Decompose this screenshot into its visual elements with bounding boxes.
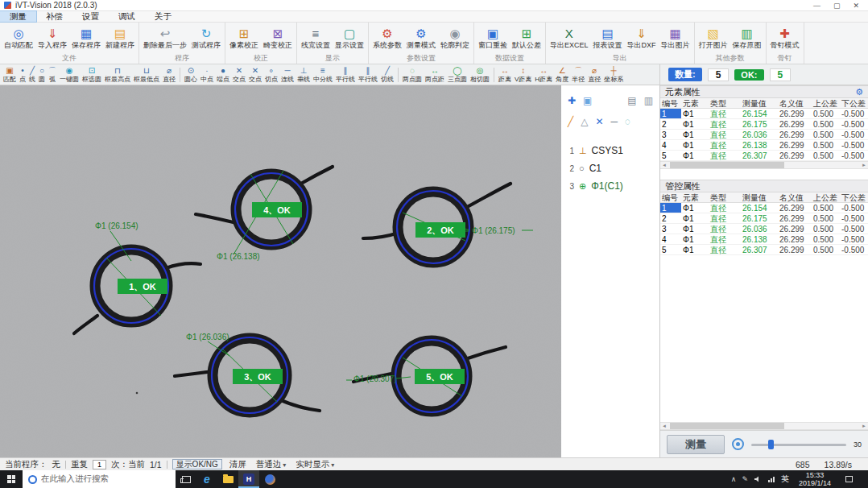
table-row[interactable]: 1Φ1直径26.15426.2990.500-0.500 [660,109,868,119]
table-row[interactable]: 5Φ1直径26.30726.2990.500-0.500 [660,245,868,255]
ime-indicator[interactable]: 英 [781,474,789,485]
line-icon[interactable]: ─ [611,116,618,127]
tool-32[interactable]: ∠角度 [554,66,570,84]
tool-25[interactable]: ↔两点距 [424,66,446,84]
tool-29[interactable]: ↔距离 [497,66,513,84]
table-row[interactable]: 2Φ1直径26.17526.2990.500-0.500 [660,213,868,224]
ribbon-button-delete-last-step[interactable]: ↩删除最后一步 [141,23,189,54]
table-row[interactable]: 5Φ1直径26.30726.2990.500-0.500 [660,151,868,161]
action-center-icon[interactable] [841,476,857,482]
ribbon-button-export-image[interactable]: ▦导出图片 [659,23,692,54]
edge-mode-dropdown[interactable]: 普通边 [254,459,289,470]
tool-5[interactable]: ◉一键圆 [58,66,81,84]
menu-item-2[interactable]: 设置 [72,11,109,22]
tool-18[interactable]: ⊥垂线 [296,66,312,84]
scroll-right-icon[interactable]: ► [860,424,868,428]
task-view-icon[interactable] [176,470,196,488]
taskbar-clock[interactable]: 15:33 2019/1/14 [795,471,835,487]
ribbon-button-default-tolerance[interactable]: ⊞默认公差 [510,23,544,54]
tree-item-2[interactable]: 3⊕Φ1(C1) [561,177,659,195]
scrollbar-thumb[interactable] [670,162,784,168]
list-icon[interactable]: ▥ [644,95,653,106]
ribbon-button-open-image[interactable]: ▧打开图片 [696,23,730,54]
tool-22[interactable]: ╱切线 [379,66,395,84]
network-icon[interactable] [767,475,775,483]
tool-19[interactable]: ≡中分线 [312,66,334,84]
menu-item-0[interactable]: 测量 [0,11,36,22]
start-button[interactable] [0,470,23,488]
measure-button[interactable]: 测量 [667,435,725,454]
tool-9[interactable]: ⌀直径 [161,66,177,84]
scrollbar-thumb[interactable] [670,423,784,429]
tool-16[interactable]: ∘切点 [263,66,279,84]
tool-35[interactable]: ┼坐标系 [602,66,625,84]
table-row[interactable]: 3Φ1直径26.03626.2990.500-0.500 [660,224,868,234]
ribbon-button-display-settings[interactable]: ▢显示设置 [333,23,366,54]
ribbon-button-bone-pin-mode[interactable]: ✚骨钉模式 [768,23,802,54]
realtime-display-dropdown[interactable]: 实时显示 [293,459,337,470]
triangle-icon[interactable]: △ [581,116,588,127]
ribbon-button-system-params[interactable]: ⚙系统参数 [370,23,404,54]
tree-item-0[interactable]: 1⊥CSYS1 [561,142,659,159]
tool-26[interactable]: ◯三点圆 [446,66,469,84]
table-row[interactable]: 1Φ1直径26.15426.2990.500-0.500 [660,203,868,213]
tool-15[interactable]: ✕交点 [247,66,263,84]
ribbon-button-auto-match[interactable]: ◎自动匹配 [2,23,35,54]
tool-34[interactable]: ⌀直径 [586,66,602,84]
menu-item-4[interactable]: 关于 [145,11,181,22]
maximize-button[interactable]: ▢ [833,2,841,10]
tool-14[interactable]: ✕交点 [231,66,247,84]
control-table-hscrollbar[interactable]: ◄ ► [660,422,868,430]
tool-11[interactable]: ⊙圆心 [183,66,199,84]
scroll-left-icon[interactable]: ◄ [660,424,668,428]
tool-7[interactable]: ⊓框最高点 [103,66,132,84]
taskbar-search[interactable]: 在此输入进行搜索 [23,470,176,488]
image-viewport[interactable]: 1、OKΦ1 (26.154)2、OKΦ1 (26.175)3、OKΦ1 (26… [0,85,561,457]
ribbon-button-export-excel[interactable]: X导出EXCEL [548,23,591,54]
tool-31[interactable]: ↔H距离 [533,66,554,84]
slider-thumb[interactable] [768,440,774,449]
element-table-hscrollbar[interactable]: ◄ ► [660,161,868,169]
ivt-vision-app-icon[interactable]: H [238,470,259,488]
ribbon-button-contour-judge[interactable]: ◉轮廓判定 [438,23,472,54]
tool-4[interactable]: ⌒弧 [47,66,58,84]
tool-2[interactable]: ╱线 [27,66,37,84]
move-icon[interactable]: ✚ [568,95,576,106]
file-explorer-icon[interactable] [217,470,238,488]
clear-screen-button[interactable]: 清屏 [227,459,249,470]
pen-icon[interactable]: ✎ [742,475,748,483]
tool-17[interactable]: ─连线 [279,66,296,84]
table-row[interactable]: 2Φ1直径26.17526.2990.500-0.500 [660,119,868,130]
tool-33[interactable]: ⌒半径 [570,66,586,84]
tool-27[interactable]: ◎相切圆 [469,66,491,84]
edge-icon[interactable]: e [196,470,217,488]
gear-icon[interactable]: ⚙ [855,87,863,97]
tool-0[interactable]: ▣匹配 [2,66,18,84]
tool-30[interactable]: ↕V距离 [513,66,533,84]
ribbon-button-report-settings[interactable]: ▤报表设置 [591,23,625,54]
browser-icon[interactable] [259,470,280,488]
menu-item-3[interactable]: 调试 [109,11,145,22]
ribbon-button-save-program[interactable]: ▦保存程序 [69,23,103,54]
ribbon-button-test-program[interactable]: ↻测试程序 [189,23,223,54]
tool-3[interactable]: ○圆 [37,66,47,84]
show-okng-toggle[interactable]: 显示OK/NG [172,459,222,469]
ribbon-button-distortion-calibration[interactable]: ⊠畸变校正 [261,23,295,54]
hidden-icons-chevron[interactable]: ∧ [731,475,737,483]
delete-icon[interactable]: ✕ [595,116,603,127]
gauge-icon[interactable] [732,438,744,450]
ruler-icon[interactable]: ╱ [568,116,573,127]
scroll-left-icon[interactable]: ◄ [660,163,668,167]
minimize-button[interactable]: — [813,2,820,10]
tool-13[interactable]: ●端点 [215,66,231,84]
ribbon-button-new-program[interactable]: ▤新建程序 [103,23,137,54]
tool-24[interactable]: ◌两点圆 [401,66,424,84]
ribbon-button-window-recheck[interactable]: ▣窗口重捡 [476,23,510,54]
tree-item-1[interactable]: 2○C1 [561,159,659,177]
ribbon-button-import-program[interactable]: ⇓导入程序 [35,23,69,54]
tool-8[interactable]: ⊔框最低点 [132,66,161,84]
report-icon[interactable]: ▤ [627,95,636,106]
tool-1[interactable]: •点 [18,66,27,84]
menu-item-1[interactable]: 补偿 [36,11,72,22]
table-row[interactable]: 3Φ1直径26.03626.2990.500-0.500 [660,130,868,140]
